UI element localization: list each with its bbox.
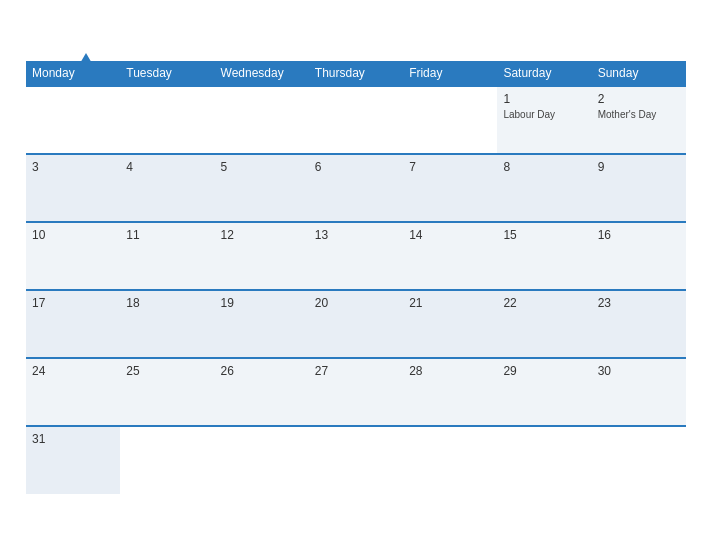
- day-number: 4: [126, 160, 208, 174]
- day-number: 6: [315, 160, 397, 174]
- day-number: 2: [598, 92, 680, 106]
- calendar-day-cell: 21: [403, 290, 497, 358]
- weekday-header: Friday: [403, 61, 497, 86]
- day-number: 17: [32, 296, 114, 310]
- day-number: 10: [32, 228, 114, 242]
- day-number: 21: [409, 296, 491, 310]
- calendar-week-row: 31: [26, 426, 686, 494]
- day-number: 12: [221, 228, 303, 242]
- calendar-day-cell: [309, 426, 403, 494]
- calendar-day-cell: [592, 426, 686, 494]
- weekday-header: Sunday: [592, 61, 686, 86]
- day-number: 30: [598, 364, 680, 378]
- logo-triangle-icon: [79, 53, 93, 65]
- day-number: 22: [503, 296, 585, 310]
- day-number: 25: [126, 364, 208, 378]
- weekday-header: Saturday: [497, 61, 591, 86]
- calendar-day-cell: 25: [120, 358, 214, 426]
- day-number: 8: [503, 160, 585, 174]
- calendar-day-cell: 22: [497, 290, 591, 358]
- calendar-day-cell: [26, 86, 120, 154]
- calendar-day-cell: 8: [497, 154, 591, 222]
- calendar-day-cell: 1Labour Day: [497, 86, 591, 154]
- day-number: 23: [598, 296, 680, 310]
- day-number: 5: [221, 160, 303, 174]
- calendar-day-cell: 19: [215, 290, 309, 358]
- weekday-header: Thursday: [309, 61, 403, 86]
- calendar-day-cell: [309, 86, 403, 154]
- day-number: 31: [32, 432, 114, 446]
- calendar-day-cell: 15: [497, 222, 591, 290]
- calendar-week-row: 1Labour Day2Mother's Day: [26, 86, 686, 154]
- day-number: 15: [503, 228, 585, 242]
- calendar-week-row: 3456789: [26, 154, 686, 222]
- day-event-label: Labour Day: [503, 108, 585, 121]
- calendar-day-cell: [215, 426, 309, 494]
- calendar-day-cell: 14: [403, 222, 497, 290]
- calendar-day-cell: 7: [403, 154, 497, 222]
- day-number: 18: [126, 296, 208, 310]
- calendar-day-cell: 31: [26, 426, 120, 494]
- calendar-day-cell: 30: [592, 358, 686, 426]
- calendar-day-cell: 28: [403, 358, 497, 426]
- calendar-day-cell: 16: [592, 222, 686, 290]
- calendar-day-cell: 17: [26, 290, 120, 358]
- calendar-day-cell: 9: [592, 154, 686, 222]
- calendar-day-cell: 2Mother's Day: [592, 86, 686, 154]
- calendar-day-cell: 20: [309, 290, 403, 358]
- day-number: 7: [409, 160, 491, 174]
- day-number: 26: [221, 364, 303, 378]
- calendar-day-cell: 6: [309, 154, 403, 222]
- weekday-header-row: MondayTuesdayWednesdayThursdayFridaySatu…: [26, 61, 686, 86]
- day-number: 29: [503, 364, 585, 378]
- calendar-day-cell: 26: [215, 358, 309, 426]
- calendar-day-cell: 11: [120, 222, 214, 290]
- day-event-label: Mother's Day: [598, 108, 680, 121]
- calendar-day-cell: [120, 426, 214, 494]
- calendar-day-cell: 3: [26, 154, 120, 222]
- weekday-header: Monday: [26, 61, 120, 86]
- calendar-container: MondayTuesdayWednesdayThursdayFridaySatu…: [11, 41, 701, 509]
- day-number: 20: [315, 296, 397, 310]
- day-number: 24: [32, 364, 114, 378]
- day-number: 14: [409, 228, 491, 242]
- calendar-week-row: 17181920212223: [26, 290, 686, 358]
- calendar-day-cell: 4: [120, 154, 214, 222]
- calendar-day-cell: [120, 86, 214, 154]
- day-number: 19: [221, 296, 303, 310]
- day-number: 3: [32, 160, 114, 174]
- day-number: 9: [598, 160, 680, 174]
- calendar-day-cell: [497, 426, 591, 494]
- calendar-week-row: 24252627282930: [26, 358, 686, 426]
- calendar-day-cell: 10: [26, 222, 120, 290]
- calendar-day-cell: 24: [26, 358, 120, 426]
- weekday-header: Tuesday: [120, 61, 214, 86]
- calendar-day-cell: 29: [497, 358, 591, 426]
- calendar-day-cell: [403, 86, 497, 154]
- calendar-table: MondayTuesdayWednesdayThursdayFridaySatu…: [26, 61, 686, 494]
- day-number: 27: [315, 364, 397, 378]
- weekday-header: Wednesday: [215, 61, 309, 86]
- calendar-day-cell: [215, 86, 309, 154]
- day-number: 13: [315, 228, 397, 242]
- calendar-day-cell: 27: [309, 358, 403, 426]
- day-number: 16: [598, 228, 680, 242]
- calendar-day-cell: 12: [215, 222, 309, 290]
- day-number: 1: [503, 92, 585, 106]
- day-number: 28: [409, 364, 491, 378]
- calendar-day-cell: 23: [592, 290, 686, 358]
- calendar-day-cell: 18: [120, 290, 214, 358]
- calendar-day-cell: 5: [215, 154, 309, 222]
- calendar-day-cell: [403, 426, 497, 494]
- calendar-day-cell: 13: [309, 222, 403, 290]
- calendar-week-row: 10111213141516: [26, 222, 686, 290]
- day-number: 11: [126, 228, 208, 242]
